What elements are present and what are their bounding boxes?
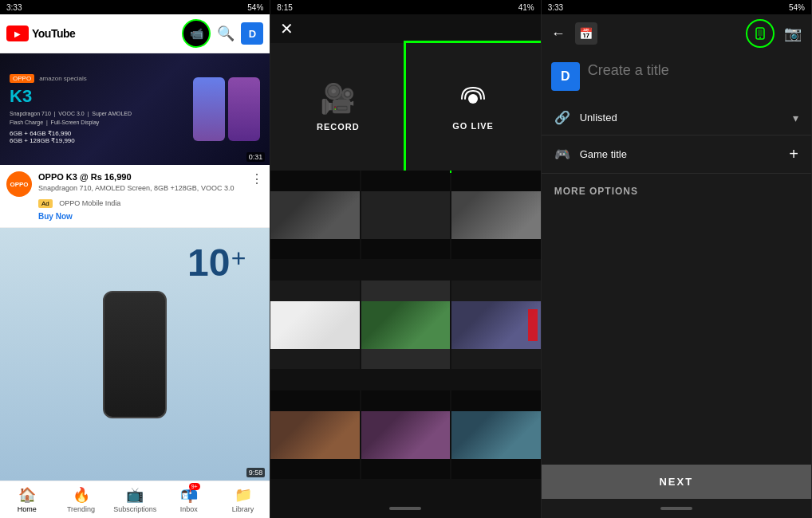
status-bar-3: 3:33 54%	[542, 0, 811, 14]
video-grid	[270, 171, 540, 499]
record-option[interactable]: 🎥 RECORD	[270, 43, 405, 171]
record-camera-icon: 🎥	[320, 82, 356, 116]
video-subtitle: Snapdragon 710, AMOLED Screen, 8GB +128G…	[38, 184, 244, 192]
home-indicator-2	[389, 507, 421, 510]
status-bar-1: 3:33 54%	[0, 0, 270, 14]
phone-img-2	[228, 77, 260, 141]
nav-home[interactable]: 🏠 Home	[0, 481, 54, 518]
grid-cell-1	[270, 171, 359, 259]
game-title-setting[interactable]: 🎮 Game title +	[542, 135, 811, 174]
search-icon[interactable]: 🔍	[217, 25, 235, 42]
video-card-info: OPPO K3 @ Rs 16,990 Snapdragon 710, AMOL…	[38, 171, 244, 221]
bottom-navigation: 🏠 Home 🔥 Trending 📺 Subscriptions 📬 9+ I…	[0, 481, 270, 518]
more-options-btn[interactable]: ⋮	[250, 171, 263, 221]
ad-model: K3	[10, 86, 132, 107]
user-avatar[interactable]: D	[241, 22, 263, 45]
battery-1: 54%	[247, 3, 263, 12]
battery-3: 54%	[789, 3, 805, 12]
next-button[interactable]: NEXT	[542, 465, 811, 499]
record-options-container: 🎥 RECORD GO LIVE	[270, 43, 540, 171]
record-label: RECORD	[317, 122, 360, 131]
game-title-label: Game title	[580, 148, 780, 160]
status-icons-1: 54%	[247, 3, 263, 12]
visibility-arrow: ▾	[793, 112, 798, 124]
status-icons-3: 54%	[789, 3, 805, 12]
ad-price2: 6GB + 128GB ₹19,990	[10, 137, 132, 144]
youtube-logo: YouTube	[6, 26, 75, 41]
golive-label: GO LIVE	[452, 121, 494, 131]
nav-inbox-label: Inbox	[180, 505, 198, 513]
add-game-title-btn[interactable]: +	[789, 145, 798, 163]
ad-text: OPPO amazon specials K3 Snapdragon 710 |…	[10, 74, 132, 144]
nav-library-label: Library	[232, 505, 254, 513]
grid-cell-6	[451, 281, 540, 369]
youtube-topbar: YouTube 📹 🔍 D	[0, 14, 270, 53]
youtube-title: YouTube	[32, 27, 75, 40]
ad-channel-row: Ad OPPO Mobile India	[38, 194, 244, 209]
grid-cell-2	[361, 171, 450, 259]
ad-tag: Ad	[38, 199, 53, 208]
status-time-3: 3:33	[548, 3, 563, 12]
plus-sign: +	[231, 244, 246, 273]
grid-cell-8	[361, 390, 450, 479]
nav-library[interactable]: 📁 Library	[216, 481, 270, 518]
buy-now-link[interactable]: Buy Now	[38, 212, 244, 221]
close-button[interactable]: ✕	[280, 19, 294, 38]
ad-price1: 6GB + 64GB ₹16,990	[10, 130, 132, 137]
panel2-topbar: ✕	[270, 14, 540, 43]
video-duration-1: 0:31	[246, 152, 266, 162]
battery-2: 41%	[518, 3, 534, 12]
inbox-badge: 9+	[189, 483, 200, 490]
youtube-home-panel: 3:33 54% YouTube 📹 🔍 D OPPO amazon speci…	[0, 0, 270, 518]
nav-trending-label: Trending	[67, 505, 95, 513]
title-section: D	[542, 53, 811, 100]
link-icon: 🔗	[554, 110, 570, 125]
number-display: 10 +	[231, 244, 246, 273]
grid-cell-5	[361, 281, 450, 369]
phone-big	[103, 291, 167, 418]
panel3-bottom-bar	[542, 499, 811, 518]
status-icons-2: 41%	[518, 3, 534, 12]
svg-rect-2	[758, 29, 763, 36]
video-card-oppo[interactable]: OPPO OPPO K3 @ Rs 16,990 Snapdragon 710,…	[0, 165, 270, 228]
golive-option[interactable]: GO LIVE	[404, 41, 542, 173]
svg-point-0	[468, 94, 478, 104]
home-icon: 🏠	[18, 486, 36, 504]
subscriptions-icon: 📺	[126, 486, 144, 504]
back-button[interactable]: ←	[551, 26, 566, 42]
golive-setup-panel: 3:33 54% ← 📅 📷 D 🔗 Unlisted ▾ 🎮 Game tit…	[542, 0, 812, 518]
status-bar-2: 8:15 41%	[270, 0, 540, 14]
golive-icon	[457, 83, 489, 115]
next-btn-wrapper: NEXT	[542, 465, 811, 499]
trending-icon: 🔥	[73, 486, 90, 504]
youtube-icon	[6, 26, 29, 41]
title-input[interactable]	[588, 62, 802, 79]
video-duration-2: 9:58	[246, 468, 266, 477]
user-avatar-d: D	[551, 62, 580, 91]
visibility-setting[interactable]: 🔗 Unlisted ▾	[542, 100, 811, 135]
more-options-row[interactable]: MORE OPTIONS	[542, 174, 811, 207]
status-time-1: 3:33	[6, 3, 22, 12]
ad2-inner: 10 + 9:58	[0, 228, 270, 481]
nav-home-label: Home	[18, 505, 37, 513]
number-10: 10	[187, 244, 230, 282]
grid-cell-9	[451, 390, 540, 479]
grid-cell-3	[451, 171, 540, 259]
amazon-label: amazon specials	[39, 75, 87, 82]
camera-button[interactable]: 📹	[182, 19, 211, 48]
grid-cell-7	[270, 390, 359, 479]
phone-screen-icon[interactable]	[746, 19, 775, 48]
nav-trending[interactable]: 🔥 Trending	[54, 481, 108, 518]
channel-avatar-oppo: OPPO	[6, 171, 32, 197]
ad-banner-inner: OPPO amazon specials K3 Snapdragon 710 |…	[0, 53, 270, 165]
svg-point-3	[759, 37, 761, 38]
ad-features: Snapdragon 710 | VOOC 3.0 | Super AMOLED…	[10, 110, 132, 127]
nav-subscriptions[interactable]: 📺 Subscriptions	[108, 481, 162, 518]
camera-icon-2[interactable]: 📷	[784, 25, 802, 42]
more-options-label: MORE OPTIONS	[554, 186, 638, 197]
status-time-2: 8:15	[277, 3, 292, 12]
panel2-bottom-bar	[270, 499, 540, 518]
nav-inbox[interactable]: 📬 9+ Inbox	[162, 481, 216, 518]
oppo-brand-badge: OPPO	[10, 74, 34, 83]
visibility-label: Unlisted	[580, 112, 783, 124]
